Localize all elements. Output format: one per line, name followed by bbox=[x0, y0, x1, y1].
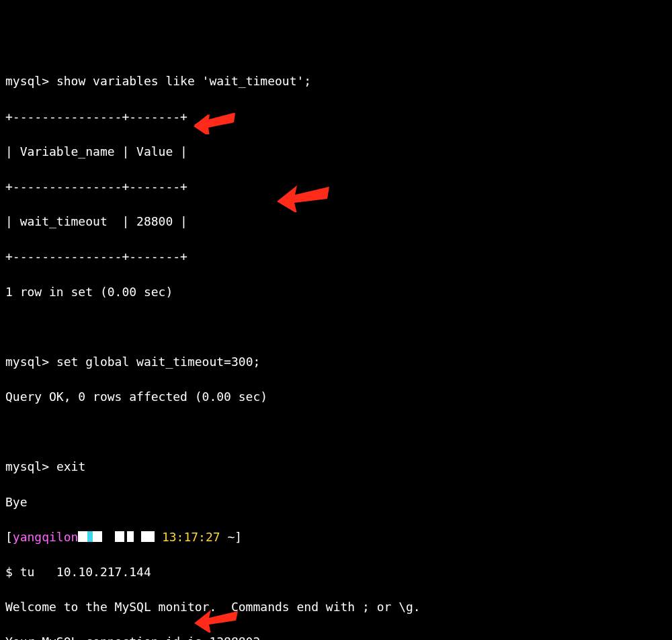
censored-text bbox=[115, 531, 124, 542]
censored-text bbox=[141, 531, 155, 542]
blank-line bbox=[5, 318, 667, 336]
table-border: +---------------+-------+ bbox=[5, 248, 667, 265]
arrow-annotation-icon bbox=[192, 571, 242, 640]
table-header: | Variable_name | Value | bbox=[5, 143, 667, 161]
shell-cmd-line[interactable]: $ tu 10.10.217.144 bbox=[5, 563, 667, 581]
censored-text bbox=[78, 531, 102, 542]
shell-command: tu 10.10.217.144 bbox=[20, 565, 151, 579]
mysql-welcome: Welcome to the MySQL monitor. Commands e… bbox=[5, 598, 667, 616]
sql-command: exit bbox=[56, 459, 85, 473]
arrow-annotation-icon bbox=[274, 145, 333, 230]
shell-time: 13:17:27 bbox=[162, 530, 220, 544]
mysql-cmd-line-1[interactable]: mysql> show variables like 'wait_timeout… bbox=[5, 73, 667, 90]
censored-text bbox=[127, 531, 134, 542]
table-border: +---------------+-------+ bbox=[5, 108, 667, 126]
shell-prompt-line[interactable]: [yangqilon 13:17:27 ~] bbox=[5, 529, 667, 546]
blank-line bbox=[5, 423, 667, 441]
query-result: Query OK, 0 rows affected (0.00 sec) bbox=[5, 388, 667, 406]
sql-command: show variables like 'wait_timeout'; bbox=[56, 74, 311, 88]
open-bracket: [ bbox=[5, 530, 13, 544]
sql-command: set global wait_timeout=300; bbox=[56, 355, 260, 369]
mysql-prompt: mysql> bbox=[5, 74, 49, 88]
mysql-prompt: mysql> bbox=[5, 355, 49, 369]
bye-message: Bye bbox=[5, 494, 667, 511]
table-border: +---------------+-------+ bbox=[5, 178, 667, 195]
shell-user: yangqilon bbox=[13, 530, 79, 544]
close-bracket: ] bbox=[235, 530, 242, 544]
mysql-conn-id: Your MySQL connection id is 1388802 bbox=[5, 633, 667, 640]
shell-path: ~ bbox=[227, 530, 235, 544]
mysql-prompt: mysql> bbox=[5, 459, 49, 473]
mysql-cmd-line-3[interactable]: mysql> exit bbox=[5, 458, 667, 475]
table-row: | wait_timeout | 28800 | bbox=[5, 213, 667, 230]
row-summary: 1 row in set (0.00 sec) bbox=[5, 283, 667, 301]
shell-dollar: $ bbox=[5, 565, 13, 579]
arrow-annotation-icon bbox=[192, 75, 238, 152]
mysql-cmd-line-2[interactable]: mysql> set global wait_timeout=300; bbox=[5, 353, 667, 371]
